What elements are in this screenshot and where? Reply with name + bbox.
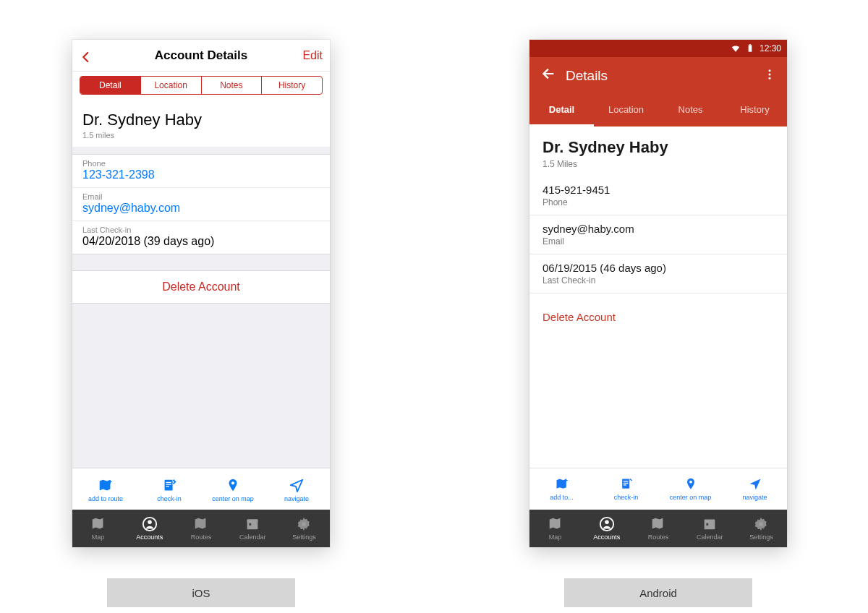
tab-location[interactable]: Location [141, 77, 202, 94]
field-value: 415-921-9451 [542, 184, 774, 196]
caption-android: Android [564, 578, 752, 607]
center-on-map-action[interactable]: center on map [201, 478, 265, 502]
field-label: Phone [542, 197, 774, 207]
routes-icon [193, 516, 209, 532]
back-button[interactable] [80, 46, 109, 65]
caption-ios: iOS [107, 578, 295, 607]
tab-notes[interactable]: Notes [658, 95, 723, 127]
accounts-icon [142, 516, 158, 532]
content-area: Dr. Sydney Haby 1.5 miles Phone 123-321-… [72, 102, 330, 468]
tab-settings[interactable]: Settings [736, 516, 787, 541]
tab-routes[interactable]: Routes [632, 516, 684, 541]
account-distance: 1.5 miles [82, 131, 320, 140]
account-header: Dr. Sydney Haby 1.5 Miles [529, 127, 787, 176]
svg-rect-8 [250, 523, 252, 526]
spacer [72, 304, 330, 468]
field-value: 123-321-2398 [82, 168, 320, 181]
svg-point-17 [689, 481, 692, 484]
tab-label: Map [92, 533, 105, 541]
page-title: Account Details [155, 48, 247, 63]
svg-point-13 [769, 73, 771, 75]
action-bar: + add to... check-in center on map navig… [529, 468, 787, 510]
svg-rect-16 [622, 479, 629, 489]
tab-location[interactable]: Location [594, 95, 658, 127]
navigate-action[interactable]: navigate [723, 477, 787, 501]
svg-rect-7 [247, 520, 258, 523]
page-title: Details [563, 68, 757, 84]
calendar-icon [702, 516, 718, 532]
svg-point-20 [605, 520, 609, 525]
tab-label: Calendar [697, 533, 723, 541]
tab-settings[interactable]: Settings [278, 516, 330, 541]
tab-routes[interactable]: Routes [175, 516, 226, 541]
tab-history[interactable]: History [262, 77, 322, 94]
tab-calendar[interactable]: Calendar [684, 516, 736, 541]
tab-label: Settings [749, 533, 773, 541]
map-icon [548, 516, 563, 532]
tab-history[interactable]: History [723, 95, 787, 127]
wifi-icon [731, 43, 741, 53]
action-label: check-in [157, 495, 182, 502]
field-value: sydney@haby.com [542, 223, 774, 235]
tab-detail[interactable]: Detail [80, 77, 141, 94]
field-phone[interactable]: Phone 123-321-2398 [72, 155, 330, 188]
clipboard-icon [161, 478, 177, 494]
map-icon [90, 516, 106, 532]
action-label: add to route [88, 495, 123, 502]
svg-text:+: + [564, 477, 568, 484]
fields-group: Phone 123-321-2398 Email sydney@haby.com… [72, 154, 330, 254]
back-button[interactable] [534, 66, 563, 86]
account-header: Dr. Sydney Haby 1.5 miles [72, 102, 330, 147]
field-value: 06/19/2015 (46 days ago) [542, 262, 774, 274]
svg-point-2 [231, 481, 234, 484]
delete-account-button[interactable]: Delete Account [72, 270, 330, 304]
action-label: add to... [550, 494, 574, 501]
center-on-map-action[interactable]: center on map [658, 477, 723, 501]
tab-label: Calendar [239, 533, 266, 541]
tab-strip: Detail Location Notes History [529, 95, 787, 127]
ios-navbar: Account Details Edit [72, 40, 330, 72]
tab-map[interactable]: Map [72, 516, 124, 541]
svg-rect-1 [165, 479, 173, 490]
tab-calendar[interactable]: Calendar [227, 516, 278, 541]
account-name: Dr. Sydney Haby [82, 111, 320, 129]
navigate-icon [748, 477, 762, 492]
delete-account-button[interactable]: Delete Account [529, 293, 787, 330]
tab-label: Map [549, 533, 562, 541]
field-email[interactable]: sydney@haby.com Email [529, 215, 787, 254]
account-distance: 1.5 Miles [542, 159, 774, 169]
ios-phone: Account Details Edit Detail Location Not… [72, 40, 330, 547]
tab-notes[interactable]: Notes [202, 77, 263, 94]
navigate-icon [289, 478, 305, 494]
gear-icon [296, 516, 312, 532]
tab-accounts[interactable]: Accounts [124, 516, 175, 541]
tab-map[interactable]: Map [529, 516, 581, 541]
pin-icon [684, 477, 698, 492]
tab-detail[interactable]: Detail [529, 95, 594, 127]
action-label: navigate [284, 495, 309, 502]
map-plus-icon: + [98, 478, 114, 494]
field-label: Email [542, 236, 774, 247]
map-plus-icon: + [555, 477, 569, 492]
field-checkin: 06/19/2015 (46 days ago) Last Check-in [529, 254, 787, 293]
svg-rect-10 [749, 45, 752, 51]
tab-accounts[interactable]: Accounts [581, 516, 632, 541]
field-email[interactable]: Email sydney@haby.com [72, 188, 330, 221]
field-phone[interactable]: 415-921-9451 Phone [529, 176, 787, 215]
status-time: 12:30 [760, 43, 781, 53]
overflow-menu-button[interactable] [757, 68, 783, 85]
more-vert-icon [763, 68, 776, 81]
navigate-action[interactable]: navigate [265, 478, 328, 502]
add-to-route-action[interactable]: + add to route [74, 478, 137, 502]
edit-button[interactable]: Edit [294, 49, 323, 62]
add-to-route-action[interactable]: + add to... [529, 477, 594, 501]
field-checkin: Last Check-in 04/20/2018 (39 days ago) [72, 221, 330, 254]
tab-label: Routes [191, 533, 212, 541]
check-in-action[interactable]: check-in [594, 477, 658, 501]
svg-point-12 [769, 69, 771, 72]
svg-rect-11 [749, 44, 751, 45]
account-name: Dr. Sydney Haby [542, 138, 774, 157]
check-in-action[interactable]: check-in [137, 478, 201, 502]
calendar-icon [244, 516, 260, 532]
field-label: Phone [82, 159, 320, 168]
